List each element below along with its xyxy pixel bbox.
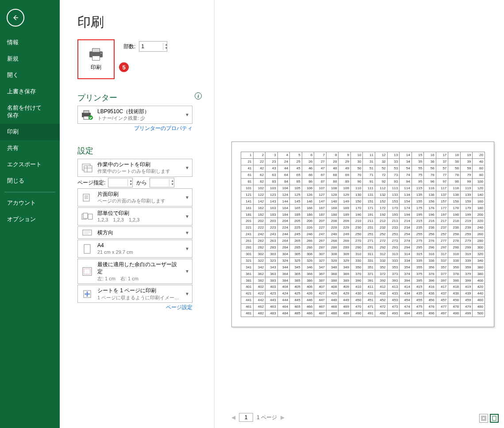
nav-list: 情報新規開く上書き保存名前を付けて 保存印刷共有エクスポート閉じるアカウントオプ… xyxy=(0,34,60,228)
cell: 26 xyxy=(302,158,314,165)
preview-pager: ◀ 1 ページ ▶ xyxy=(231,413,285,422)
cell: 270 xyxy=(350,237,363,244)
nav-item-1[interactable]: 新規 xyxy=(0,51,60,67)
cell: 450 xyxy=(350,297,363,303)
chevron-down-icon: ▼ xyxy=(185,246,189,251)
show-margins-button[interactable] xyxy=(479,414,488,423)
cell: 67 xyxy=(314,172,327,178)
cell: 89 xyxy=(339,178,351,185)
margins-select[interactable]: 最後に適用した余白のユーザー設定左: 1 cm 右: 1 cm ▼ xyxy=(77,259,192,284)
cell: 157 xyxy=(436,198,448,205)
print-preview-pane: 1234567891011121314151617181920212223242… xyxy=(215,0,504,428)
cell: 405 xyxy=(290,284,302,290)
cell: 468 xyxy=(326,303,339,310)
nav-item-10[interactable]: オプション xyxy=(0,211,60,228)
cell: 178 xyxy=(448,205,461,211)
next-page-icon[interactable]: ▶ xyxy=(281,414,285,420)
page-to-label: から xyxy=(136,179,147,187)
nav-item-0[interactable]: 情報 xyxy=(0,34,60,51)
cell: 250 xyxy=(350,231,363,237)
scaling-select[interactable]: シートを 1 ページに印刷1 ページに収まるように印刷イメー… ▼ xyxy=(77,285,192,303)
cell: 302 xyxy=(253,251,265,257)
sheets-icon xyxy=(81,164,94,172)
cell: 7 xyxy=(314,152,327,159)
cell: 329 xyxy=(339,257,351,264)
cell: 132 xyxy=(375,191,388,198)
svg-rect-30 xyxy=(492,416,496,420)
cell: 233 xyxy=(387,224,400,231)
back-button[interactable] xyxy=(7,9,24,27)
cell: 116 xyxy=(424,185,436,191)
cell: 191 xyxy=(363,211,375,218)
chevron-down-icon: ▼ xyxy=(185,291,189,296)
cell: 119 xyxy=(460,185,473,191)
current-page-input[interactable] xyxy=(239,413,253,422)
page-setup-link[interactable]: ページ設定 xyxy=(77,304,192,311)
cell: 201 xyxy=(241,218,254,225)
cell: 428 xyxy=(326,290,339,297)
cell: 210 xyxy=(350,218,363,225)
cell: 477 xyxy=(436,303,448,310)
cell: 459 xyxy=(460,297,473,303)
cell: 241 xyxy=(241,231,254,237)
cell: 424 xyxy=(277,290,290,297)
cell: 436 xyxy=(424,290,436,297)
nav-item-5[interactable]: 印刷 xyxy=(0,124,60,140)
cell: 39 xyxy=(460,158,473,165)
cell: 86 xyxy=(302,178,314,185)
cell: 403 xyxy=(265,284,278,290)
nav-item-3[interactable]: 上書き保存 xyxy=(0,84,60,100)
cell: 462 xyxy=(253,303,265,310)
info-icon[interactable]: i xyxy=(195,92,202,99)
prev-page-icon[interactable]: ◀ xyxy=(231,414,235,420)
cell: 35 xyxy=(412,158,424,165)
cell: 98 xyxy=(448,178,461,185)
print-scope-select[interactable]: 作業中のシートを印刷作業中のシートのみを印刷します ▼ xyxy=(77,159,192,177)
cell: 44 xyxy=(277,165,290,172)
nav-item-2[interactable]: 開く xyxy=(0,67,60,84)
zoom-to-page-button[interactable] xyxy=(490,414,499,423)
orientation-select[interactable]: 横方向 ▼ xyxy=(77,226,192,239)
cell: 255 xyxy=(412,231,424,237)
cell: 495 xyxy=(412,310,424,317)
duplex-select[interactable]: 片面印刷ページの片面のみを印刷します ▼ xyxy=(77,188,192,206)
cell: 381 xyxy=(241,277,254,284)
nav-item-4[interactable]: 名前を付けて 保存 xyxy=(0,100,60,124)
print-button[interactable]: 印刷 xyxy=(77,39,115,79)
nav-item-6[interactable]: 共有 xyxy=(0,140,60,157)
cell: 279 xyxy=(460,237,473,244)
printer-select[interactable]: LBP9510C（技術部） トナー/インク残量: 少 ▼ xyxy=(77,106,192,124)
cell: 152 xyxy=(375,198,388,205)
cell: 496 xyxy=(424,310,436,317)
cell: 131 xyxy=(363,191,375,198)
cell: 328 xyxy=(326,257,339,264)
printer-properties-link[interactable]: プリンターのプロパティ xyxy=(77,125,192,132)
cell: 199 xyxy=(460,211,473,218)
cell: 355 xyxy=(412,264,424,271)
cell: 435 xyxy=(412,290,424,297)
nav-item-7[interactable]: エクスポート xyxy=(0,157,60,173)
cell: 143 xyxy=(265,198,278,205)
cell: 20 xyxy=(473,152,485,159)
cell: 498 xyxy=(448,310,461,317)
cell: 101 xyxy=(241,185,254,191)
paper-size-select[interactable]: A421 cm x 29.7 cm ▼ xyxy=(77,240,192,258)
cell: 448 xyxy=(326,297,339,303)
cell: 422 xyxy=(253,290,265,297)
nav-item-9[interactable]: アカウント xyxy=(0,195,60,211)
chevron-down-icon: ▼ xyxy=(185,112,189,117)
page-to-spinner[interactable]: ▲▼ xyxy=(169,179,175,186)
nav-item-8[interactable]: 閉じる xyxy=(0,173,60,189)
cell: 401 xyxy=(241,284,254,290)
cell: 136 xyxy=(424,191,436,198)
collate-select[interactable]: 部単位で印刷1,2,3 1,2,3 1,2,3 ▼ xyxy=(77,207,192,225)
svg-rect-24 xyxy=(84,245,90,253)
page-from-spinner[interactable]: ▲▼ xyxy=(127,179,134,186)
svg-rect-18 xyxy=(83,213,88,218)
cell: 179 xyxy=(460,205,473,211)
cell: 48 xyxy=(326,165,339,172)
copies-spinner[interactable]: ▲▼ xyxy=(163,43,169,50)
cell: 154 xyxy=(400,198,412,205)
cell: 439 xyxy=(460,290,473,297)
cell: 33 xyxy=(387,158,400,165)
